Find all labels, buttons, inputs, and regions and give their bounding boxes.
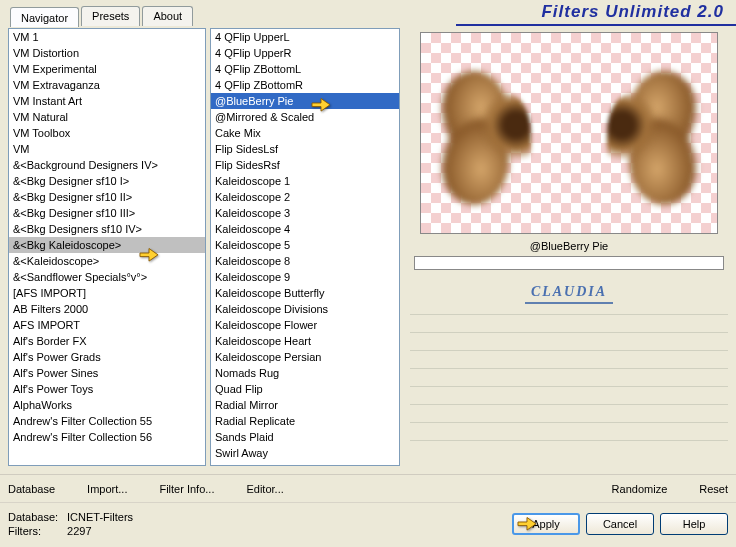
- list-item[interactable]: 4 QFlip ZBottomL: [211, 61, 399, 77]
- list-item[interactable]: AlphaWorks: [9, 397, 205, 413]
- list-item[interactable]: AB Filters 2000: [9, 301, 205, 317]
- list-item[interactable]: @BlueBerry Pie: [211, 93, 399, 109]
- list-item[interactable]: @Mirrored & Scaled: [211, 109, 399, 125]
- list-item[interactable]: Kaleidoscope Heart: [211, 333, 399, 349]
- list-item[interactable]: Quad Flip: [211, 381, 399, 397]
- list-item[interactable]: Radial Replicate: [211, 413, 399, 429]
- database-link[interactable]: Database: [8, 483, 55, 495]
- list-item[interactable]: 4 QFlip UpperL: [211, 29, 399, 45]
- list-item[interactable]: [AFS IMPORT]: [9, 285, 205, 301]
- filter-info-link[interactable]: Filter Info...: [159, 483, 214, 495]
- list-item[interactable]: Swirl Away: [211, 445, 399, 461]
- list-item[interactable]: &<Background Designers IV>: [9, 157, 205, 173]
- list-item[interactable]: Kaleidoscope 1: [211, 173, 399, 189]
- category-list[interactable]: VM 1VM DistortionVM ExperimentalVM Extra…: [8, 28, 206, 466]
- help-button[interactable]: Help: [660, 513, 728, 535]
- list-item[interactable]: Sands Plaid: [211, 429, 399, 445]
- list-item[interactable]: Kaleidoscope 2: [211, 189, 399, 205]
- list-item[interactable]: Kaleidoscope 4: [211, 221, 399, 237]
- list-item[interactable]: &<Bkg Designer sf10 I>: [9, 173, 205, 189]
- apply-button[interactable]: Apply: [512, 513, 580, 535]
- title-underline: [456, 24, 736, 26]
- list-item[interactable]: VM Extravaganza: [9, 77, 205, 93]
- list-item[interactable]: VM: [9, 141, 205, 157]
- parameter-area: [410, 314, 728, 474]
- list-item[interactable]: VM Natural: [9, 109, 205, 125]
- list-item[interactable]: 4 QFlip UpperR: [211, 45, 399, 61]
- list-item[interactable]: Kaleidoscope 8: [211, 253, 399, 269]
- list-item[interactable]: &<Bkg Kaleidoscope>: [9, 237, 205, 253]
- list-item[interactable]: &<Bkg Designers sf10 IV>: [9, 221, 205, 237]
- tab-presets[interactable]: Presets: [81, 6, 140, 26]
- cancel-button[interactable]: Cancel: [586, 513, 654, 535]
- tab-navigator[interactable]: Navigator: [10, 7, 79, 27]
- import-link[interactable]: Import...: [87, 483, 127, 495]
- list-item[interactable]: VM Instant Art: [9, 93, 205, 109]
- list-item[interactable]: VM 1: [9, 29, 205, 45]
- list-item[interactable]: Nomads Rug: [211, 365, 399, 381]
- list-item[interactable]: Kaleidoscope Persian: [211, 349, 399, 365]
- list-item[interactable]: Kaleidoscope 3: [211, 205, 399, 221]
- list-item[interactable]: Cake Mix: [211, 125, 399, 141]
- list-item[interactable]: Alf's Power Sines: [9, 365, 205, 381]
- list-item[interactable]: Kaleidoscope 9: [211, 269, 399, 285]
- randomize-link[interactable]: Randomize: [612, 483, 668, 495]
- filter-list[interactable]: 4 QFlip UpperL4 QFlip UpperR4 QFlip ZBot…: [210, 28, 400, 466]
- preview-image: [420, 32, 718, 234]
- list-item[interactable]: Alf's Power Toys: [9, 381, 205, 397]
- list-item[interactable]: Kaleidoscope Butterfly: [211, 285, 399, 301]
- list-item[interactable]: Alf's Power Grads: [9, 349, 205, 365]
- list-item[interactable]: VM Distortion: [9, 45, 205, 61]
- reset-link[interactable]: Reset: [699, 483, 728, 495]
- list-item[interactable]: &<Sandflower Specials°v°>: [9, 269, 205, 285]
- list-item[interactable]: 4 QFlip ZBottomR: [211, 77, 399, 93]
- progress-bar: [414, 256, 724, 270]
- list-item[interactable]: VM Toolbox: [9, 125, 205, 141]
- list-item[interactable]: Flip SidesLsf: [211, 141, 399, 157]
- editor-link[interactable]: Editor...: [246, 483, 283, 495]
- list-item[interactable]: &<Bkg Designer sf10 II>: [9, 189, 205, 205]
- list-item[interactable]: Radial Mirror: [211, 397, 399, 413]
- list-item[interactable]: &<Kaleidoscope>: [9, 253, 205, 269]
- list-item[interactable]: VM Experimental: [9, 61, 205, 77]
- list-item[interactable]: Andrew's Filter Collection 56: [9, 429, 205, 445]
- selected-filter-label: @BlueBerry Pie: [410, 240, 728, 252]
- list-item[interactable]: Kaleidoscope Divisions: [211, 301, 399, 317]
- tab-about[interactable]: About: [142, 6, 193, 26]
- list-item[interactable]: Alf's Border FX: [9, 333, 205, 349]
- list-item[interactable]: &<Bkg Designer sf10 III>: [9, 205, 205, 221]
- status-info: Database: ICNET-Filters Filters: 2297: [8, 510, 133, 538]
- list-item[interactable]: Flip SidesRsf: [211, 157, 399, 173]
- app-title: Filters Unlimited 2.0: [541, 2, 724, 22]
- watermark: CLAUDIA: [410, 282, 728, 304]
- list-item[interactable]: AFS IMPORT: [9, 317, 205, 333]
- list-item[interactable]: Andrew's Filter Collection 55: [9, 413, 205, 429]
- list-item[interactable]: Kaleidoscope Flower: [211, 317, 399, 333]
- list-item[interactable]: Kaleidoscope 5: [211, 237, 399, 253]
